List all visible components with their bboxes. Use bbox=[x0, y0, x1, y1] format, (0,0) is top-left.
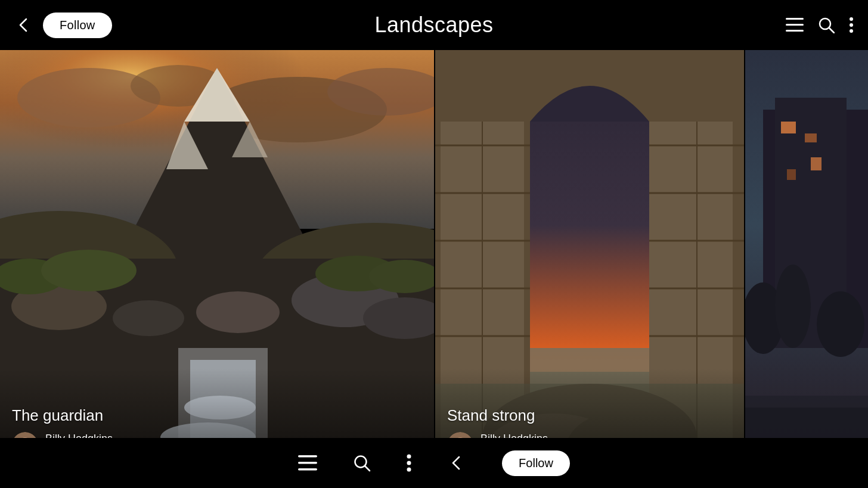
svg-point-23 bbox=[196, 291, 280, 333]
svg-rect-70 bbox=[781, 122, 796, 133]
svg-point-75 bbox=[775, 265, 811, 348]
back-button[interactable] bbox=[14, 15, 33, 35]
nav-search-button[interactable] bbox=[353, 454, 371, 472]
svg-rect-80 bbox=[298, 462, 317, 464]
svg-rect-72 bbox=[787, 169, 796, 180]
nav-more-button[interactable] bbox=[407, 454, 411, 472]
svg-point-32 bbox=[41, 250, 137, 291]
svg-line-83 bbox=[365, 466, 370, 471]
svg-point-85 bbox=[407, 461, 411, 465]
svg-rect-73 bbox=[811, 157, 822, 170]
menu-button[interactable] bbox=[786, 18, 804, 32]
svg-rect-71 bbox=[805, 133, 817, 142]
header-left: Follow bbox=[14, 13, 112, 38]
svg-line-4 bbox=[829, 28, 834, 33]
svg-point-76 bbox=[817, 291, 864, 357]
center-post-title: Stand strong bbox=[447, 406, 556, 425]
svg-rect-2 bbox=[786, 30, 804, 32]
svg-point-6 bbox=[850, 23, 853, 27]
svg-point-5 bbox=[850, 17, 853, 21]
panel-left[interactable]: The guardian Billy Hodgkins f 50 minutes… bbox=[0, 50, 435, 488]
svg-point-22 bbox=[113, 300, 184, 336]
svg-rect-79 bbox=[298, 455, 317, 458]
more-options-button[interactable] bbox=[849, 17, 854, 33]
content-area: The guardian Billy Hodgkins f 50 minutes… bbox=[0, 50, 868, 488]
page-title: Landscapes bbox=[374, 13, 493, 38]
svg-point-84 bbox=[407, 455, 411, 459]
follow-button-top[interactable]: Follow bbox=[43, 13, 112, 38]
header-right bbox=[786, 17, 854, 33]
panel-center[interactable]: Stand strong Billy Hodgkins f 49 minutes… bbox=[435, 50, 745, 488]
svg-rect-1 bbox=[786, 24, 804, 26]
panel-right[interactable] bbox=[745, 50, 868, 488]
nav-menu-button[interactable] bbox=[298, 455, 317, 471]
svg-rect-0 bbox=[786, 18, 804, 20]
search-button[interactable] bbox=[818, 17, 835, 33]
svg-point-7 bbox=[850, 29, 853, 33]
svg-point-86 bbox=[407, 468, 411, 472]
header: Follow Landscapes bbox=[0, 0, 868, 50]
follow-button-bottom[interactable]: Follow bbox=[502, 450, 570, 476]
nav-back-button[interactable] bbox=[447, 453, 466, 473]
bottom-nav: Follow bbox=[0, 438, 868, 488]
svg-rect-81 bbox=[298, 468, 317, 471]
left-post-title: The guardian bbox=[12, 406, 121, 425]
